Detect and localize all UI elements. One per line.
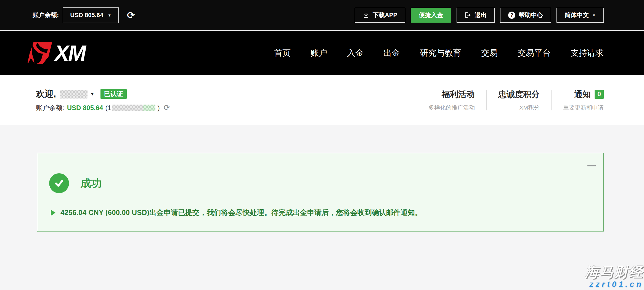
welcome-strip: 欢迎, ▼ 已认证 账户余额: USD 805.64 (1 ) ⟳ 福利活动 多… — [0, 75, 644, 125]
alert-title: 成功 — [81, 176, 102, 190]
welcome-left: 欢迎, ▼ 已认证 账户余额: USD 805.64 (1 ) ⟳ — [36, 88, 170, 112]
top-utility-bar: 账户余额: USD 805.64 ▼ ⟳ 下载APP 便捷入金 退出 ? 帮助中… — [0, 0, 644, 30]
notifications-link[interactable]: 通知0 重要更新和申请 — [552, 89, 604, 111]
account-dropdown-caret-icon[interactable]: ▼ — [90, 92, 94, 96]
currency-balance-dropdown[interactable]: USD 805.64 ▼ — [63, 7, 119, 23]
nav-item-trading[interactable]: 交易 — [481, 47, 498, 59]
bullet-triangle-icon — [51, 210, 55, 216]
notifications-subtitle: 重要更新和申请 — [563, 104, 604, 111]
help-center-button[interactable]: ? 帮助中心 — [500, 8, 551, 23]
language-selector[interactable]: 简体中文 ▼ — [556, 8, 604, 23]
nav-item-home[interactable]: 首页 — [274, 47, 291, 59]
currency-balance-value: USD 805.64 — [70, 12, 103, 19]
nav-item-account[interactable]: 账户 — [311, 47, 327, 59]
download-app-button[interactable]: 下载APP — [355, 8, 405, 23]
account-name-redacted[interactable] — [60, 90, 88, 99]
bull-icon — [27, 41, 54, 65]
nav-item-platforms[interactable]: 交易平台 — [518, 47, 551, 59]
account-number-close-paren: ) — [158, 104, 160, 112]
loyalty-title: 忠诚度积分 — [498, 89, 540, 100]
logo-text: XM — [55, 42, 85, 64]
main-nav-bar: XM 首页 账户 入金 出金 研究与教育 交易 交易平台 支持请求 — [0, 31, 644, 75]
topbar-buttons: 下载APP 便捷入金 退出 ? 帮助中心 简体中文 ▼ — [355, 8, 604, 23]
nav-item-support[interactable]: 支持请求 — [571, 47, 604, 59]
account-balance-value: USD 805.64 — [67, 104, 103, 112]
success-alert: 成功 4256.04 CNY (600.00 USD)出金申请已提交，我们将会尽… — [37, 153, 604, 232]
promotions-subtitle: 多样化的推广活动 — [428, 104, 475, 111]
notification-count-badge: 0 — [595, 90, 604, 99]
help-center-label: 帮助中心 — [519, 11, 543, 19]
promotions-link[interactable]: 福利活动 多样化的推广活动 — [428, 89, 486, 111]
alert-message-row: 4256.04 CNY (600.00 USD)出金申请已提交，我们将会尽快处理… — [51, 208, 422, 217]
watermark-url: zzrt01.cn — [585, 280, 643, 288]
balance-label: 账户余额: — [33, 11, 59, 19]
logout-button[interactable]: 退出 — [457, 8, 495, 23]
account-balance-row: 账户余额: USD 805.64 (1 ) ⟳ — [36, 103, 170, 112]
xm-logo[interactable]: XM — [27, 41, 85, 65]
nav-item-research-education[interactable]: 研究与教育 — [420, 47, 461, 59]
chevron-down-icon: ▼ — [592, 14, 596, 17]
welcome-row: 欢迎, ▼ 已认证 — [36, 88, 170, 100]
alert-message: 4256.04 CNY (600.00 USD)出金申请已提交，我们将会尽快处理… — [60, 208, 422, 217]
language-label: 简体中文 — [565, 11, 589, 19]
welcome-greeting: 欢迎, — [36, 88, 56, 100]
quick-deposit-button[interactable]: 便捷入金 — [411, 8, 451, 23]
success-check-icon — [49, 173, 69, 193]
account-number-redacted — [112, 105, 143, 111]
loyalty-subtitle: XM积分 — [498, 104, 540, 111]
refresh-balance-icon[interactable]: ⟳ — [127, 10, 135, 20]
nav-item-withdraw[interactable]: 出金 — [383, 47, 400, 59]
site-watermark: 海马财经 zzrt01.cn — [585, 265, 643, 288]
download-icon — [363, 12, 369, 18]
download-app-label: 下载APP — [373, 11, 397, 19]
account-number-redacted-green — [143, 105, 155, 111]
chevron-down-icon: ▼ — [108, 14, 111, 17]
loyalty-points-link[interactable]: 忠诚度积分 XM积分 — [487, 89, 551, 111]
nav-item-deposit[interactable]: 入金 — [347, 47, 364, 59]
watermark-brand: 海马财经 — [585, 265, 643, 279]
logout-label: 退出 — [475, 11, 487, 19]
quick-deposit-label: 便捷入金 — [419, 11, 443, 19]
verified-status-badge: 已认证 — [100, 89, 127, 99]
account-balance-label: 账户余额: — [36, 103, 64, 112]
collapse-alert-button[interactable] — [587, 165, 596, 166]
welcome-quick-links: 福利活动 多样化的推广活动 忠诚度积分 XM积分 通知0 重要更新和申请 — [428, 89, 604, 111]
help-icon: ? — [508, 12, 515, 19]
promotions-title: 福利活动 — [428, 89, 475, 100]
alert-header: 成功 — [49, 173, 102, 193]
notifications-title: 通知 — [574, 90, 591, 99]
logout-icon — [465, 12, 471, 18]
account-number-open-paren: (1 — [105, 104, 111, 112]
refresh-account-icon[interactable]: ⟳ — [164, 104, 170, 111]
main-nav: 首页 账户 入金 出金 研究与教育 交易 交易平台 支持请求 — [274, 47, 604, 59]
